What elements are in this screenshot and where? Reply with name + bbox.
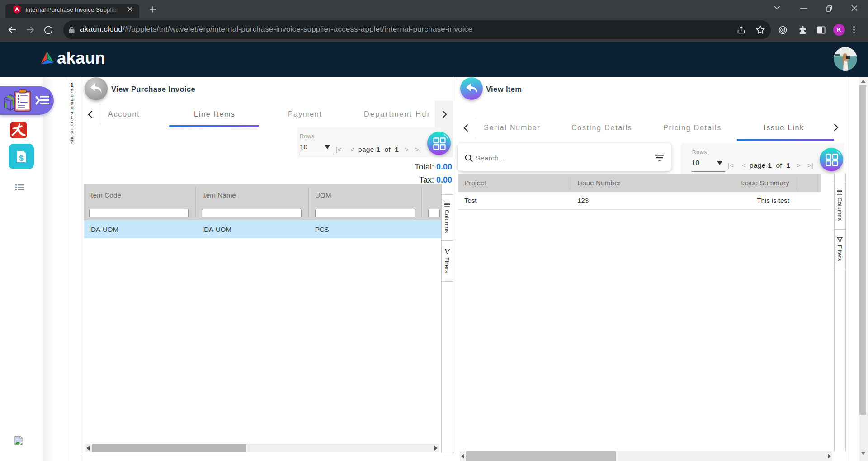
svg-text:$: $: [19, 154, 24, 163]
